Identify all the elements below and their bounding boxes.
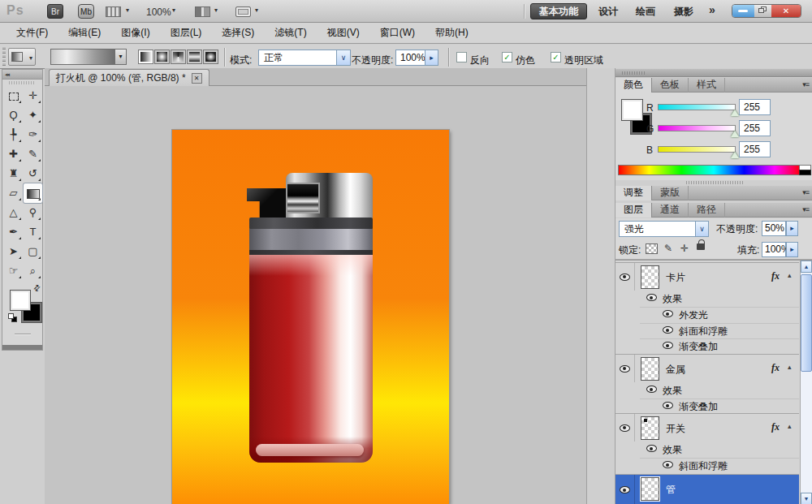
red-slider[interactable]: [658, 104, 736, 110]
tool-lasso[interactable]: Ϙ: [4, 106, 23, 125]
spectrum-black-swatch[interactable]: [799, 170, 811, 175]
eye-icon[interactable]: [620, 486, 630, 493]
eye-icon[interactable]: [620, 274, 630, 281]
layer-name[interactable]: 开关: [666, 422, 685, 436]
tool-hand[interactable]: ☞: [4, 261, 23, 281]
eye-icon[interactable]: [620, 424, 630, 432]
tool-healing-brush[interactable]: ✚: [4, 144, 23, 164]
layer-blend-mode-select[interactable]: 强光: [619, 221, 696, 237]
view-extras-icon[interactable]: [195, 6, 210, 17]
tab-layers[interactable]: 图层: [615, 203, 652, 218]
swap-colors-icon[interactable]: ⇄: [31, 282, 42, 294]
tool-blur[interactable]: △: [4, 203, 23, 222]
visibility-cell[interactable]: [615, 355, 635, 382]
tool-rectangular-marquee[interactable]: [4, 86, 23, 106]
collapse-effects-icon[interactable]: ▴: [788, 422, 792, 430]
tool-dodge[interactable]: ⚲: [24, 203, 42, 222]
blue-slider[interactable]: [658, 146, 736, 153]
effect-row-gradient-overlay[interactable]: 渐变叠加: [615, 338, 799, 354]
tool-eyedropper[interactable]: ✑: [24, 125, 42, 144]
radial-gradient-button[interactable]: [154, 50, 170, 64]
tool-gradient[interactable]: [24, 183, 42, 203]
red-value-input[interactable]: 255: [739, 99, 771, 115]
reflected-gradient-button[interactable]: [187, 50, 202, 64]
menu-edit[interactable]: 编辑(E): [60, 23, 113, 43]
lock-position-icon[interactable]: ✛: [680, 243, 689, 254]
tool-rounded-rectangle[interactable]: ▢: [24, 242, 42, 261]
eye-icon[interactable]: [620, 365, 630, 373]
tool-magic-wand[interactable]: ✦: [24, 106, 42, 125]
layers-panel-menu-icon[interactable]: ▾≡: [802, 205, 809, 213]
collapse-effects-icon[interactable]: ▴: [788, 363, 792, 371]
layer-row-metal[interactable]: 金属 fx ▴: [615, 354, 799, 382]
eye-icon[interactable]: [663, 310, 673, 317]
blue-value-input[interactable]: 255: [739, 141, 771, 157]
eye-icon[interactable]: [663, 461, 673, 468]
tool-pen[interactable]: ✒: [4, 222, 23, 242]
gradient-preview-swatch[interactable]: [50, 49, 114, 65]
green-slider-thumb[interactable]: [731, 131, 739, 137]
transparency-checkbox[interactable]: ✓: [551, 52, 561, 62]
layer-row-switch[interactable]: 开关 fx ▴: [615, 413, 799, 442]
eye-icon[interactable]: [646, 294, 657, 301]
tool-history-brush[interactable]: ↺: [24, 164, 42, 183]
layer-opacity-spinner-icon[interactable]: ▸: [786, 221, 798, 236]
blue-slider-thumb[interactable]: [731, 152, 739, 158]
menu-image[interactable]: 图像(I): [113, 23, 162, 43]
menu-help[interactable]: 帮助(H): [427, 23, 481, 43]
menu-view[interactable]: 视图(V): [319, 23, 372, 43]
effect-row-bevel-emboss[interactable]: 斜面和浮雕: [615, 458, 799, 473]
workspace-photography-button[interactable]: 摄影: [674, 5, 693, 19]
tool-path-selection[interactable]: ➤: [4, 242, 23, 261]
color-spectrum-ramp[interactable]: [618, 165, 810, 175]
screen-mode-icon[interactable]: [235, 6, 251, 17]
zoom-caret-icon[interactable]: ▾: [172, 6, 175, 14]
eye-icon[interactable]: [646, 386, 657, 393]
tab-paths[interactable]: 路径: [689, 203, 725, 218]
tools-collapse-icon[interactable]: ◂◂: [2, 70, 42, 80]
adjustments-panel-menu-icon[interactable]: ▾≡: [802, 188, 809, 196]
layer-opacity-input[interactable]: 50%: [762, 221, 786, 236]
green-value-input[interactable]: 255: [739, 120, 771, 136]
menu-filter[interactable]: 滤镜(T): [266, 23, 318, 43]
mini-bridge-button[interactable]: Mb: [78, 4, 94, 19]
canvas-artboard[interactable]: [172, 130, 449, 504]
layer-blend-dropdown-icon[interactable]: ∨: [695, 221, 709, 237]
tab-swatches[interactable]: 色板: [652, 78, 689, 93]
screen-mode-caret-icon[interactable]: ▾: [255, 6, 258, 14]
workspace-painting-button[interactable]: 绘画: [636, 5, 655, 19]
bridge-button[interactable]: Br: [47, 4, 63, 19]
layers-scrollbar[interactable]: ▲ ▼: [800, 261, 812, 504]
menu-window[interactable]: 窗口(W): [372, 23, 427, 43]
layer-fill-input[interactable]: 100%: [762, 242, 786, 257]
menu-file[interactable]: 文件(F): [8, 23, 60, 43]
eye-icon[interactable]: [663, 402, 673, 409]
layer-name[interactable]: 金属: [666, 363, 685, 377]
tab-adjustments[interactable]: 调整: [615, 186, 652, 200]
scroll-thumb[interactable]: [801, 274, 812, 372]
tool-brush[interactable]: ✎: [24, 144, 42, 164]
layer-row-tube[interactable]: 管: [615, 474, 799, 504]
blend-mode-dropdown-icon[interactable]: ∨: [336, 50, 351, 66]
close-button[interactable]: ✕: [771, 5, 801, 17]
color-panel-menu-icon[interactable]: ▾≡: [802, 80, 809, 88]
angle-gradient-button[interactable]: [171, 50, 186, 64]
lock-transparent-pixels-icon[interactable]: [646, 243, 658, 254]
panel-resize-grip[interactable]: [686, 181, 743, 184]
effects-header-row[interactable]: 效果: [615, 442, 799, 457]
tool-clone-stamp[interactable]: ♜: [4, 164, 23, 183]
visibility-cell[interactable]: [615, 475, 635, 504]
layer-name[interactable]: 卡片: [666, 271, 685, 285]
scroll-up-icon[interactable]: ▲: [801, 261, 812, 273]
default-colors-icon[interactable]: [8, 313, 18, 323]
tab-color[interactable]: 颜色: [615, 78, 652, 93]
fx-badge[interactable]: fx: [771, 270, 780, 282]
opacity-input[interactable]: 100%: [395, 50, 425, 66]
foreground-color-swatch-small[interactable]: [621, 99, 643, 121]
workspace-design-button[interactable]: 设计: [598, 5, 618, 19]
tool-move[interactable]: ✛: [24, 86, 42, 106]
reverse-checkbox[interactable]: [456, 52, 467, 62]
tab-styles[interactable]: 样式: [689, 78, 725, 93]
layer-name[interactable]: 管: [666, 483, 676, 497]
eye-icon[interactable]: [663, 326, 673, 334]
